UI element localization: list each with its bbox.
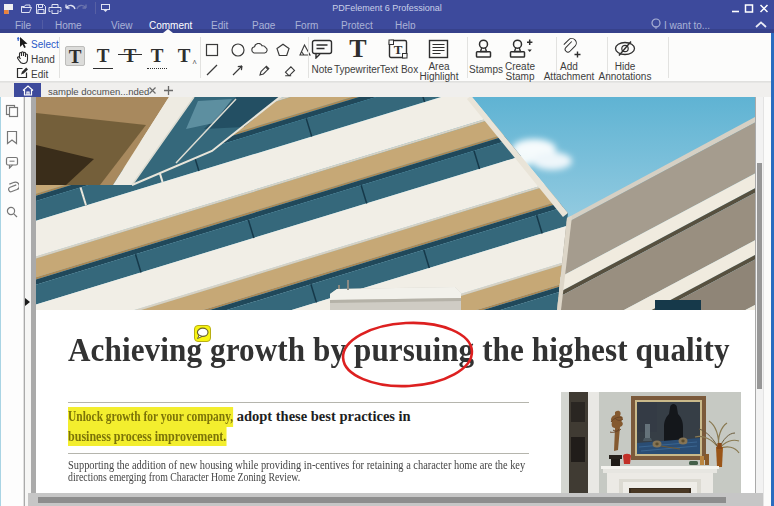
svg-text:T: T <box>394 42 403 57</box>
